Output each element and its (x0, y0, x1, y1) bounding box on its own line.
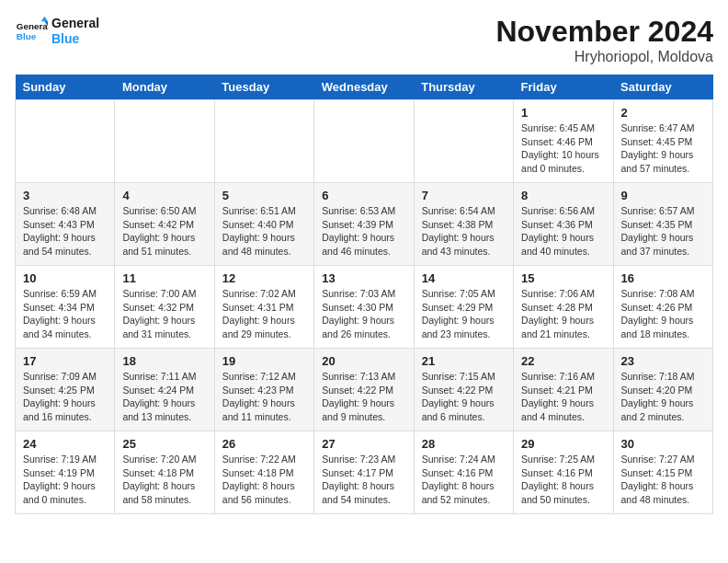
day-number: 29 (521, 437, 605, 451)
calendar-cell (115, 100, 214, 183)
logo: General Blue General Blue (15, 15, 99, 48)
day-info: Sunrise: 7:05 AM Sunset: 4:29 PM Dayligh… (422, 287, 506, 341)
day-info: Sunrise: 7:06 AM Sunset: 4:28 PM Dayligh… (521, 287, 605, 341)
day-info: Sunrise: 7:12 AM Sunset: 4:23 PM Dayligh… (222, 370, 306, 424)
day-number: 16 (621, 271, 705, 285)
day-info: Sunrise: 7:02 AM Sunset: 4:31 PM Dayligh… (222, 287, 306, 341)
page-header: General Blue General Blue November 2024 … (15, 15, 713, 65)
calendar-cell: 12Sunrise: 7:02 AM Sunset: 4:31 PM Dayli… (214, 266, 313, 349)
calendar-cell: 4Sunrise: 6:50 AM Sunset: 4:42 PM Daylig… (115, 183, 214, 266)
calendar-cell: 23Sunrise: 7:18 AM Sunset: 4:20 PM Dayli… (613, 349, 712, 431)
calendar-cell: 21Sunrise: 7:15 AM Sunset: 4:22 PM Dayli… (414, 349, 513, 431)
day-number: 6 (322, 189, 405, 202)
calendar-cell: 6Sunrise: 6:53 AM Sunset: 4:39 PM Daylig… (314, 183, 414, 266)
calendar-cell (414, 100, 513, 183)
day-number: 10 (23, 271, 107, 285)
weekday-header-monday: Monday (115, 75, 214, 100)
svg-text:General: General (17, 21, 48, 31)
day-info: Sunrise: 7:15 AM Sunset: 4:22 PM Dayligh… (422, 370, 506, 424)
day-info: Sunrise: 7:19 AM Sunset: 4:19 PM Dayligh… (23, 453, 107, 507)
week-row-2: 3Sunrise: 6:48 AM Sunset: 4:43 PM Daylig… (16, 183, 713, 266)
day-number: 24 (23, 437, 107, 451)
day-number: 19 (222, 354, 306, 368)
day-info: Sunrise: 7:16 AM Sunset: 4:21 PM Dayligh… (521, 370, 605, 424)
calendar-cell: 17Sunrise: 7:09 AM Sunset: 4:25 PM Dayli… (16, 349, 115, 431)
day-number: 14 (422, 271, 506, 285)
weekday-header-tuesday: Tuesday (214, 75, 313, 100)
day-info: Sunrise: 7:27 AM Sunset: 4:15 PM Dayligh… (621, 453, 705, 507)
day-number: 30 (621, 437, 705, 451)
location: Hryhoriopol, Moldova (495, 49, 713, 65)
day-number: 5 (222, 189, 306, 202)
day-number: 23 (621, 354, 705, 368)
calendar-cell: 26Sunrise: 7:22 AM Sunset: 4:18 PM Dayli… (214, 431, 313, 514)
calendar-cell: 2Sunrise: 6:47 AM Sunset: 4:45 PM Daylig… (613, 100, 712, 183)
svg-text:Blue: Blue (17, 31, 37, 41)
calendar-cell: 20Sunrise: 7:13 AM Sunset: 4:22 PM Dayli… (314, 349, 414, 431)
day-info: Sunrise: 6:53 AM Sunset: 4:39 PM Dayligh… (322, 204, 405, 259)
day-number: 9 (621, 189, 705, 202)
weekday-header-wednesday: Wednesday (314, 75, 414, 100)
day-number: 17 (23, 354, 107, 368)
day-number: 1 (521, 106, 605, 120)
weekday-header-saturday: Saturday (613, 75, 712, 100)
day-number: 2 (621, 106, 705, 120)
calendar-cell: 24Sunrise: 7:19 AM Sunset: 4:19 PM Dayli… (16, 431, 115, 514)
logo-icon: General Blue (15, 15, 48, 48)
day-info: Sunrise: 7:22 AM Sunset: 4:18 PM Dayligh… (222, 453, 306, 507)
week-row-5: 24Sunrise: 7:19 AM Sunset: 4:19 PM Dayli… (16, 431, 713, 514)
day-number: 27 (322, 437, 405, 451)
day-number: 28 (422, 437, 506, 451)
day-info: Sunrise: 7:23 AM Sunset: 4:17 PM Dayligh… (322, 453, 405, 507)
calendar-cell: 27Sunrise: 7:23 AM Sunset: 4:17 PM Dayli… (314, 431, 414, 514)
weekday-header-friday: Friday (514, 75, 613, 100)
day-number: 11 (122, 271, 206, 285)
day-info: Sunrise: 7:03 AM Sunset: 4:30 PM Dayligh… (322, 287, 405, 341)
weekday-header-row: SundayMondayTuesdayWednesdayThursdayFrid… (16, 75, 713, 100)
day-number: 3 (23, 189, 107, 202)
day-number: 25 (122, 437, 206, 451)
day-number: 21 (422, 354, 506, 368)
day-number: 13 (322, 271, 405, 285)
day-info: Sunrise: 7:11 AM Sunset: 4:24 PM Dayligh… (122, 370, 206, 424)
calendar-cell: 25Sunrise: 7:20 AM Sunset: 4:18 PM Dayli… (115, 431, 214, 514)
calendar-cell: 19Sunrise: 7:12 AM Sunset: 4:23 PM Dayli… (214, 349, 313, 431)
day-number: 26 (222, 437, 306, 451)
calendar-cell (314, 100, 414, 183)
day-number: 20 (322, 354, 405, 368)
day-info: Sunrise: 6:51 AM Sunset: 4:40 PM Dayligh… (222, 204, 306, 259)
day-info: Sunrise: 7:18 AM Sunset: 4:20 PM Dayligh… (621, 370, 705, 424)
calendar-cell: 28Sunrise: 7:24 AM Sunset: 4:16 PM Dayli… (414, 431, 513, 514)
calendar-cell: 5Sunrise: 6:51 AM Sunset: 4:40 PM Daylig… (214, 183, 313, 266)
calendar-cell: 18Sunrise: 7:11 AM Sunset: 4:24 PM Dayli… (115, 349, 214, 431)
day-number: 8 (521, 189, 605, 202)
day-info: Sunrise: 6:56 AM Sunset: 4:36 PM Dayligh… (521, 204, 605, 259)
calendar-cell: 1Sunrise: 6:45 AM Sunset: 4:46 PM Daylig… (514, 100, 613, 183)
calendar-cell (214, 100, 313, 183)
day-info: Sunrise: 6:47 AM Sunset: 4:45 PM Dayligh… (621, 121, 705, 176)
day-number: 7 (422, 189, 506, 202)
day-info: Sunrise: 6:57 AM Sunset: 4:35 PM Dayligh… (621, 204, 705, 259)
day-info: Sunrise: 6:59 AM Sunset: 4:34 PM Dayligh… (23, 287, 107, 341)
weekday-header-thursday: Thursday (414, 75, 513, 100)
day-info: Sunrise: 7:25 AM Sunset: 4:16 PM Dayligh… (521, 453, 605, 507)
day-info: Sunrise: 6:45 AM Sunset: 4:46 PM Dayligh… (521, 121, 605, 176)
week-row-4: 17Sunrise: 7:09 AM Sunset: 4:25 PM Dayli… (16, 349, 713, 431)
day-info: Sunrise: 6:50 AM Sunset: 4:42 PM Dayligh… (122, 204, 206, 259)
calendar-cell: 11Sunrise: 7:00 AM Sunset: 4:32 PM Dayli… (115, 266, 214, 349)
weekday-header-sunday: Sunday (16, 75, 115, 100)
day-info: Sunrise: 7:09 AM Sunset: 4:25 PM Dayligh… (23, 370, 107, 424)
calendar-cell: 29Sunrise: 7:25 AM Sunset: 4:16 PM Dayli… (514, 431, 613, 514)
day-info: Sunrise: 7:00 AM Sunset: 4:32 PM Dayligh… (122, 287, 206, 341)
title-block: November 2024 Hryhoriopol, Moldova (495, 15, 713, 65)
day-number: 15 (521, 271, 605, 285)
month-title: November 2024 (495, 15, 713, 49)
calendar-cell: 8Sunrise: 6:56 AM Sunset: 4:36 PM Daylig… (514, 183, 613, 266)
day-info: Sunrise: 7:20 AM Sunset: 4:18 PM Dayligh… (122, 453, 206, 507)
day-number: 4 (122, 189, 206, 202)
calendar-cell: 15Sunrise: 7:06 AM Sunset: 4:28 PM Dayli… (514, 266, 613, 349)
day-info: Sunrise: 6:54 AM Sunset: 4:38 PM Dayligh… (422, 204, 506, 259)
day-number: 12 (222, 271, 306, 285)
calendar-cell: 3Sunrise: 6:48 AM Sunset: 4:43 PM Daylig… (16, 183, 115, 266)
calendar-cell: 30Sunrise: 7:27 AM Sunset: 4:15 PM Dayli… (613, 431, 712, 514)
